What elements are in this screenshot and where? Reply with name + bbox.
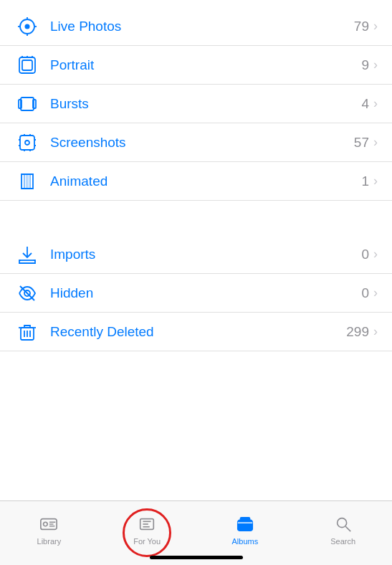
list-item-imports[interactable]: Imports 0 › (0, 235, 392, 274)
search-tab-icon (333, 514, 354, 534)
svg-rect-14 (20, 136, 34, 150)
imports-icon (14, 242, 40, 267)
item-label-live-photos: Live Photos (50, 19, 354, 34)
item-count-portrait: 9 (361, 57, 369, 73)
svg-point-27 (44, 522, 48, 526)
chevron-icon-bursts: › (373, 96, 378, 111)
svg-rect-32 (238, 520, 252, 531)
item-count-animated: 1 (361, 174, 369, 189)
albums-tab-icon (234, 514, 256, 534)
svg-marker-17 (24, 174, 30, 189)
item-count-screenshots: 57 (354, 135, 369, 151)
item-label-hidden: Hidden (50, 285, 361, 301)
hidden-icon (14, 280, 40, 306)
bursts-icon (14, 91, 40, 117)
chevron-icon-live-photos: › (373, 19, 378, 34)
list-item-hidden[interactable]: Hidden 0 › (0, 274, 392, 313)
portrait-icon (14, 52, 40, 78)
item-count-hidden: 0 (361, 285, 369, 301)
utilities-section-header (0, 214, 392, 235)
item-count-bursts: 4 (361, 96, 369, 112)
item-label-screenshots: Screenshots (50, 135, 354, 151)
section-spacer (0, 201, 392, 214)
list-item-portrait[interactable]: Portrait 9 › (0, 46, 392, 85)
library-tab-label: Library (37, 537, 62, 546)
home-indicator (150, 556, 243, 559)
svg-line-36 (345, 526, 350, 531)
tab-search[interactable]: Search (294, 513, 392, 546)
screenshots-icon (14, 130, 40, 156)
svg-point-15 (25, 141, 29, 145)
list-item-screenshots[interactable]: Screenshots 57 › (0, 123, 392, 162)
chevron-icon-screenshots: › (373, 135, 378, 150)
tab-bar: Library For You Albums Search (0, 500, 392, 565)
tab-albums[interactable]: Albums (196, 513, 295, 546)
albums-tab-label: Albums (232, 537, 259, 546)
animated-icon (14, 168, 40, 194)
trash-icon (14, 319, 40, 345)
list-item-live-photos[interactable]: Live Photos 79 › (0, 7, 392, 46)
svg-marker-18 (27, 174, 28, 189)
for-you-tab-icon (136, 514, 158, 534)
item-label-recently-deleted: Recently Deleted (50, 324, 346, 340)
item-label-bursts: Bursts (50, 96, 361, 112)
chevron-icon-portrait: › (373, 57, 378, 72)
for-you-tab-label: For You (133, 537, 161, 546)
svg-rect-12 (19, 100, 21, 108)
item-count-live-photos: 79 (354, 19, 369, 34)
chevron-icon-animated: › (373, 174, 378, 189)
library-tab-icon (38, 514, 59, 534)
item-label-animated: Animated (50, 174, 361, 189)
item-label-imports: Imports (50, 247, 361, 262)
svg-rect-13 (33, 100, 36, 108)
item-count-recently-deleted: 299 (346, 324, 369, 340)
search-tab-label: Search (330, 537, 355, 546)
list-item-recently-deleted[interactable]: Recently Deleted 299 › (0, 313, 392, 351)
svg-marker-16 (21, 174, 33, 189)
svg-rect-33 (240, 518, 249, 521)
chevron-icon-hidden: › (373, 285, 378, 300)
chevron-icon-imports: › (373, 247, 378, 262)
tab-for-you[interactable]: For You (98, 513, 196, 546)
svg-rect-7 (22, 60, 32, 70)
svg-rect-11 (21, 98, 34, 110)
live-photos-icon (14, 14, 40, 39)
chevron-icon-recently-deleted: › (373, 324, 378, 339)
tab-library[interactable]: Library (0, 513, 98, 546)
list-item-animated[interactable]: Animated 1 › (0, 162, 392, 201)
item-label-portrait: Portrait (50, 57, 361, 73)
albums-list: Live Photos 79 › Portrait 9 › Bursts 4 ›… (0, 0, 392, 500)
svg-point-35 (337, 518, 346, 528)
svg-point-1 (25, 24, 30, 29)
item-count-imports: 0 (361, 247, 369, 262)
list-item-bursts[interactable]: Bursts 4 › (0, 85, 392, 123)
